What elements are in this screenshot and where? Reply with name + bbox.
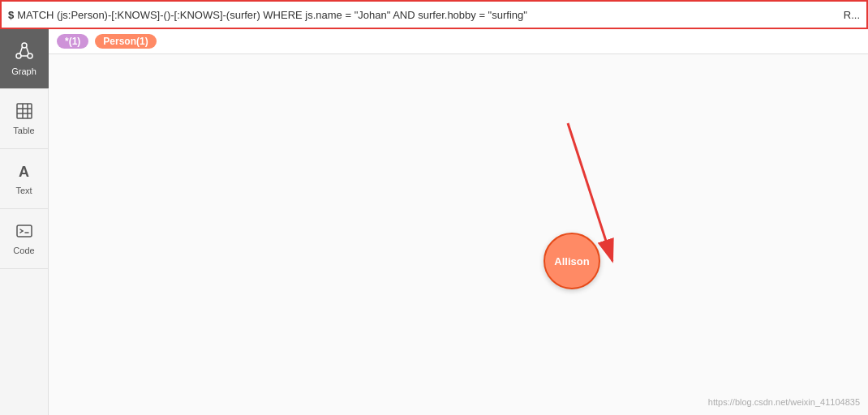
svg-point-2 [28,53,32,58]
graph-icon [15,41,34,63]
sidebar-graph-label: Graph [11,66,37,76]
graph-area: *(1) Person(1) Allison https://blog.csdn… [49,29,868,415]
query-text: MATCH (js:Person)-[:KNOWS]-()-[:KNOWS]-(… [17,9,840,21]
svg-line-3 [19,47,22,54]
sidebar-item-graph[interactable]: Graph [0,29,49,89]
sidebar-table-label: Table [13,126,34,135]
node-allison-label: Allison [554,255,589,267]
filter-bar: *(1) Person(1) [49,29,868,54]
watermark: https://blog.csdn.net/weixin_41104835 [708,397,860,407]
badge-all[interactable]: *(1) [57,34,88,49]
svg-rect-6 [17,104,32,118]
graph-canvas: Allison https://blog.csdn.net/weixin_411… [49,54,868,415]
table-icon [15,102,33,122]
svg-line-4 [26,47,28,54]
sidebar: Graph Table A Text [0,29,49,415]
graph-arrow [49,54,868,415]
svg-rect-12 [17,225,32,237]
svg-line-14 [20,231,23,233]
sidebar-item-table[interactable]: Table [0,89,49,149]
sidebar-text-label: Text [15,186,32,195]
query-prefix: $ [8,9,14,21]
svg-point-1 [16,53,21,58]
sidebar-code-label: Code [13,246,34,255]
query-bar[interactable]: $ MATCH (js:Person)-[:KNOWS]-()-[:KNOWS]… [0,0,868,29]
svg-point-0 [22,43,27,48]
svg-text:A: A [19,164,29,180]
node-allison[interactable]: Allison [544,233,600,289]
sidebar-item-text[interactable]: A Text [0,149,49,209]
query-ellipsis: R... [844,9,860,21]
badge-person[interactable]: Person(1) [95,34,156,49]
code-icon [15,222,33,242]
text-icon: A [15,162,33,182]
main-layout: Graph Table A Text [0,29,868,415]
sidebar-item-code[interactable]: Code [0,209,49,269]
